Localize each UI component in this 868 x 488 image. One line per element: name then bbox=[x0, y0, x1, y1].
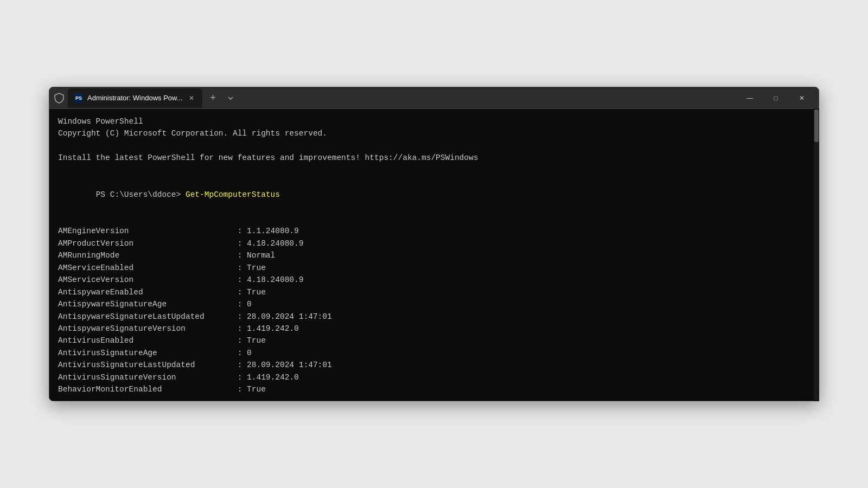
close-button[interactable]: ✕ bbox=[789, 89, 814, 107]
maximize-button[interactable]: □ bbox=[763, 89, 788, 107]
header-line-1: Windows PowerShell bbox=[58, 115, 810, 127]
output-rows: AMEngineVersion : 1.1.24080.9AMProductVe… bbox=[58, 225, 810, 396]
window-controls: — □ ✕ bbox=[737, 89, 814, 107]
output-row: AntispywareSignatureAge : 0 bbox=[58, 298, 810, 310]
tab-title: Administrator: Windows Pow... bbox=[87, 94, 183, 102]
output-row: AntivirusSignatureAge : 0 bbox=[58, 347, 810, 359]
tab-dropdown-button[interactable] bbox=[224, 92, 237, 105]
scrollbar-thumb[interactable] bbox=[814, 110, 819, 142]
shield-icon bbox=[54, 93, 65, 104]
titlebar: PS Administrator: Windows Pow... ✕ + — □… bbox=[49, 87, 819, 109]
output-row: AMServiceVersion : 4.18.24080.9 bbox=[58, 274, 810, 286]
powershell-window: PS Administrator: Windows Pow... ✕ + — □… bbox=[49, 87, 819, 401]
output-row: AntivirusSignatureVersion : 1.419.242.0 bbox=[58, 371, 810, 383]
output-row: AntivirusEnabled : True bbox=[58, 335, 810, 346]
output-row: AMRunningMode : Normal bbox=[58, 249, 810, 261]
command-line: PS C:\Users\ddoce> Get-MpComputerStatus bbox=[58, 176, 810, 213]
output-row: AMEngineVersion : 1.1.24080.9 bbox=[58, 225, 810, 237]
output-row: AMProductVersion : 4.18.24080.9 bbox=[58, 237, 810, 249]
blank-line-1 bbox=[58, 140, 810, 152]
header-line-2: Copyright (C) Microsoft Corporation. All… bbox=[58, 127, 810, 139]
output-row: AntispywareEnabled : True bbox=[58, 286, 810, 298]
scrollbar[interactable] bbox=[814, 108, 819, 401]
powershell-tab-icon: PS bbox=[74, 94, 83, 102]
minimize-button[interactable]: — bbox=[737, 89, 762, 107]
output-row: BehaviorMonitorEnabled : True bbox=[58, 383, 810, 395]
tab-close-button[interactable]: ✕ bbox=[187, 94, 196, 102]
terminal-body[interactable]: Windows PowerShell Copyright (C) Microso… bbox=[49, 109, 819, 401]
install-msg: Install the latest PowerShell for new fe… bbox=[58, 152, 810, 164]
new-tab-button[interactable]: + bbox=[206, 91, 221, 106]
blank-line-3 bbox=[58, 213, 810, 225]
prompt: PS C:\Users\ddoce> bbox=[96, 190, 186, 199]
blank-line-2 bbox=[58, 164, 810, 176]
output-row: AMServiceEnabled : True bbox=[58, 262, 810, 274]
titlebar-left: PS Administrator: Windows Pow... ✕ + bbox=[54, 88, 737, 108]
output-row: AntivirusSignatureLastUpdated : 28.09.20… bbox=[58, 359, 810, 371]
active-tab[interactable]: PS Administrator: Windows Pow... ✕ bbox=[68, 88, 202, 108]
output-row: AntispywareSignatureLastUpdated : 28.09.… bbox=[58, 311, 810, 323]
output-row: AntispywareSignatureVersion : 1.419.242.… bbox=[58, 323, 810, 335]
command-text: Get-MpComputerStatus bbox=[186, 190, 280, 199]
